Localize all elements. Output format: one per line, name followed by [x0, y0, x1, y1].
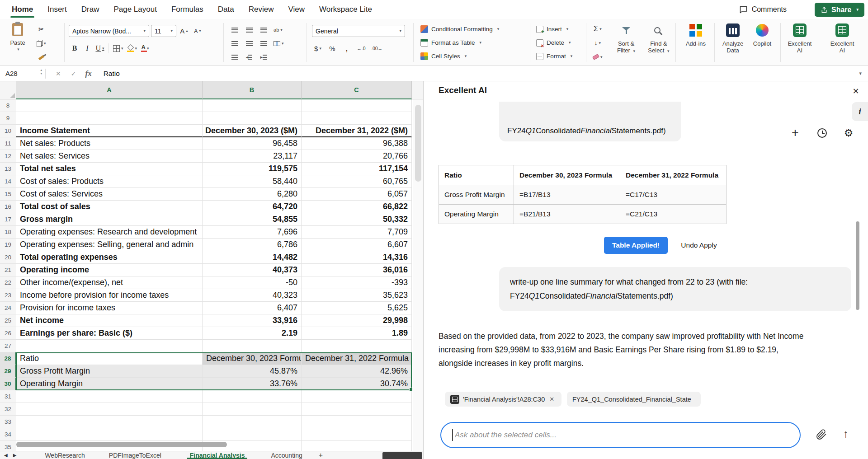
format-as-table-button[interactable]: Format as Table▾: [420, 37, 527, 49]
cell-A34[interactable]: [16, 428, 203, 441]
copy-button[interactable]: ▾: [35, 37, 47, 49]
shrink-font-button[interactable]: A▾: [192, 25, 203, 37]
cell-C10[interactable]: December 31, 2022 ($M): [302, 125, 412, 137]
context-chip-1[interactable]: 'Financial Analysis'!A28:C30✕: [445, 392, 561, 407]
align-right-button[interactable]: [258, 37, 269, 49]
cell-B12[interactable]: 23,117: [203, 150, 302, 163]
clear-button[interactable]: ▾: [591, 51, 604, 63]
menu-tab-workspace-lite[interactable]: Workspace Lite: [312, 0, 379, 19]
cell-A32[interactable]: [16, 403, 203, 416]
cell-B24[interactable]: 6,407: [203, 302, 302, 314]
align-top-button[interactable]: [229, 24, 241, 36]
excellent-ai-button-2[interactable]: Excellent AI: [828, 23, 857, 54]
font-size-select[interactable]: 11▾: [151, 25, 176, 37]
cell-C32[interactable]: [302, 403, 412, 416]
cell-A9[interactable]: [16, 112, 203, 125]
cell-C12[interactable]: 20,766: [302, 150, 412, 163]
cell-B26[interactable]: 2.19: [203, 327, 302, 340]
cell-A8[interactable]: [16, 99, 203, 112]
cell-C8[interactable]: [302, 99, 412, 112]
formula-bar-expand-icon[interactable]: ▾: [859, 70, 862, 76]
menu-tab-data[interactable]: Data: [211, 0, 241, 19]
cell-C29[interactable]: 42.96%: [302, 365, 412, 378]
find-select-button[interactable]: Find & Select ▾: [644, 23, 674, 54]
cell-C34[interactable]: [302, 428, 412, 441]
cell-A20[interactable]: Total operating expenses: [16, 251, 203, 264]
bold-button[interactable]: B: [69, 42, 80, 54]
cell-C33[interactable]: [302, 416, 412, 428]
cell-C22[interactable]: -393: [302, 276, 412, 289]
cell-B8[interactable]: [203, 99, 302, 112]
row-header-24[interactable]: 24: [0, 302, 16, 314]
font-color-button[interactable]: A▾: [139, 42, 151, 54]
panel-close-icon[interactable]: ✕: [849, 84, 863, 98]
cut-button[interactable]: ✂: [35, 23, 47, 35]
row-header-12[interactable]: 12: [0, 150, 16, 163]
row-header-33[interactable]: 33: [0, 416, 16, 428]
fill-handle[interactable]: [409, 388, 413, 391]
cell-B21[interactable]: 40,373: [203, 264, 302, 276]
share-button[interactable]: Share ▾: [815, 3, 864, 17]
accounting-format-button[interactable]: $▾: [312, 42, 324, 54]
delete-cells-button[interactable]: Delete▾: [536, 37, 584, 49]
row-header-20[interactable]: 20: [0, 251, 16, 264]
cell-C14[interactable]: 60,765: [302, 175, 412, 188]
decrease-decimal-button[interactable]: .00→: [370, 42, 384, 54]
cell-C11[interactable]: 96,388: [302, 137, 412, 150]
cell-A33[interactable]: [16, 416, 203, 428]
cell-B20[interactable]: 14,482: [203, 251, 302, 264]
insert-cells-button[interactable]: Insert▾: [536, 23, 584, 35]
analyze-data-button[interactable]: Analyze Data: [718, 23, 748, 54]
row-header-16[interactable]: 16: [0, 201, 16, 213]
sort-filter-button[interactable]: Sort & Filter ▾: [611, 23, 641, 54]
cell-B19[interactable]: 6,786: [203, 239, 302, 251]
select-all-corner[interactable]: [0, 81, 16, 99]
cell-C20[interactable]: 14,316: [302, 251, 412, 264]
settings-button[interactable]: ⚙: [841, 126, 856, 140]
formula-input[interactable]: Ratio: [104, 70, 120, 78]
cell-B10[interactable]: December 30, 2023 ($M): [203, 125, 302, 137]
cell-C15[interactable]: 6,057: [302, 188, 412, 201]
new-chat-button[interactable]: +: [788, 126, 802, 140]
underline-button[interactable]: U▾: [94, 42, 106, 54]
cell-B13[interactable]: 119,575: [203, 163, 302, 175]
undo-apply-button[interactable]: Undo Apply: [671, 237, 726, 254]
cell-B33[interactable]: [203, 416, 302, 428]
cell-A25[interactable]: Net income: [16, 314, 203, 327]
percent-style-button[interactable]: %: [326, 42, 338, 54]
row-header-15[interactable]: 15: [0, 188, 16, 201]
horizontal-scrollbar-thumb[interactable]: [16, 442, 227, 447]
cell-C30[interactable]: 30.74%: [302, 378, 412, 390]
cell-A19[interactable]: Operating expenses: Selling, general and…: [16, 239, 203, 251]
cell-A30[interactable]: Operating Margin: [16, 378, 203, 390]
menu-tab-page-layout[interactable]: Page Layout: [106, 0, 164, 19]
cell-B32[interactable]: [203, 403, 302, 416]
row-header-27[interactable]: 27: [0, 340, 16, 352]
cell-A14[interactable]: Cost of sales: Products: [16, 175, 203, 188]
menu-tab-review[interactable]: Review: [241, 0, 281, 19]
add-sheet-button[interactable]: +: [314, 451, 327, 459]
row-header-21[interactable]: 21: [0, 264, 16, 276]
fill-color-button[interactable]: ▾: [126, 42, 139, 54]
name-box[interactable]: A28 ▴▾: [0, 66, 45, 81]
history-button[interactable]: [815, 126, 829, 140]
increase-indent-button[interactable]: ▸: [258, 51, 269, 63]
cell-A10[interactable]: Income Statement: [16, 125, 203, 137]
menu-tab-draw[interactable]: Draw: [74, 0, 107, 19]
sheet-nav-right-icon[interactable]: ▶: [13, 453, 17, 458]
addins-button[interactable]: Add-ins: [681, 23, 711, 47]
cell-A24[interactable]: Provision for income taxes: [16, 302, 203, 314]
info-tab[interactable]: i: [852, 102, 868, 121]
comments-button[interactable]: Comments: [734, 3, 791, 16]
conditional-formatting-button[interactable]: Conditional Formatting▾: [420, 23, 527, 35]
row-header-14[interactable]: 14: [0, 175, 16, 188]
comma-style-button[interactable]: ,: [341, 42, 353, 54]
cell-A28[interactable]: Ratio: [16, 352, 203, 365]
column-header-C[interactable]: C: [302, 81, 412, 99]
cell-C28[interactable]: December 31, 2022 Formula: [302, 352, 412, 365]
cell-A18[interactable]: Operating expenses: Research and develop…: [16, 226, 203, 239]
cancel-entry-icon[interactable]: ✕: [56, 70, 61, 77]
cell-A15[interactable]: Cost of sales: Services: [16, 188, 203, 201]
row-header-19[interactable]: 19: [0, 239, 16, 251]
excellent-ai-button[interactable]: Excellent AI: [785, 23, 814, 54]
